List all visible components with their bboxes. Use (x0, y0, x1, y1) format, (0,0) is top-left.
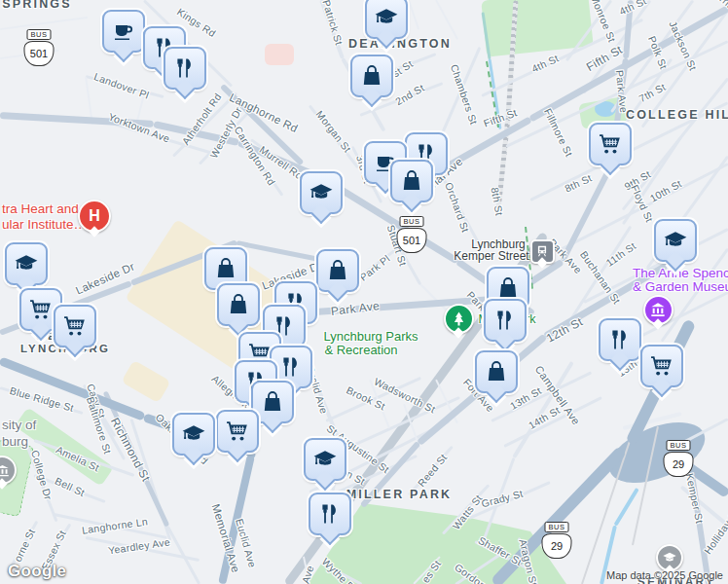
area-label: COLLEGE HILL (626, 108, 728, 122)
street-label: Bell St (54, 475, 87, 499)
restaurant-icon (319, 503, 342, 526)
marker-pointer (310, 203, 331, 224)
poi-marker[interactable] (217, 283, 260, 326)
poi-marker[interactable] (640, 345, 683, 387)
map-attribution: Map data ©2025 Google (606, 569, 723, 581)
graduation-cap-icon (312, 447, 338, 472)
poi-marker[interactable] (350, 55, 393, 97)
street-label: Landover Pl (92, 70, 151, 101)
poi-label[interactable]: & Garden Museum (633, 280, 728, 295)
road (408, 0, 419, 29)
google-logo[interactable]: Google (8, 562, 66, 581)
area-label: MILLER PARK (346, 488, 453, 501)
shopping-bag-icon (496, 276, 520, 300)
poi-label[interactable]: tra Heart and (2, 202, 79, 217)
shield-number: 501 (397, 228, 427, 253)
shield-banner: BUS (545, 522, 569, 532)
restaurant-icon (280, 356, 303, 379)
shopping-cart-icon (63, 314, 88, 339)
street-label: Morgan St (314, 108, 354, 155)
road (435, 0, 458, 39)
area-label: DEARINGTON (348, 37, 452, 51)
shopping-cart-icon (29, 298, 54, 322)
museum-icon (650, 302, 666, 317)
shopping-bag-icon (227, 293, 250, 316)
shield-number: 29 (542, 533, 572, 559)
marker-pointer (401, 192, 421, 212)
poi-label[interactable]: burg (2, 435, 28, 450)
street-label: orne St (12, 527, 38, 564)
land-area (121, 360, 170, 404)
restaurant-icon (609, 329, 632, 351)
street-label: 4th St (529, 52, 561, 74)
hospital-icon: H (89, 208, 100, 224)
map-canvas[interactable]: Landover PlYorktown AveKings RdLanghorne… (0, 0, 728, 584)
shield-number: 501 (24, 41, 55, 66)
poi-marker[interactable] (484, 299, 527, 342)
poi-label[interactable]: Kemper Street (454, 249, 528, 264)
poi-badge-hospital[interactable]: H (78, 200, 111, 233)
route-shield: BUS29 (542, 522, 572, 559)
shopping-cart-icon (599, 132, 623, 157)
poi-marker[interactable] (316, 249, 359, 292)
graduation-cap-icon (181, 421, 206, 447)
poi-marker[interactable] (390, 160, 433, 202)
restaurant-icon (174, 57, 197, 80)
street-label: 8th St (490, 187, 506, 217)
graduation-cap-icon (374, 5, 399, 30)
poi-marker[interactable] (309, 493, 351, 535)
badge-pointer (536, 257, 547, 268)
poi-label[interactable]: & Recreation (324, 344, 397, 358)
street-label: Reed St (416, 452, 450, 489)
road (0, 17, 88, 30)
poi-label[interactable]: sity of (2, 419, 36, 433)
street-label: Patrick St (320, 0, 345, 47)
poi-marker[interactable] (475, 350, 518, 393)
poi-marker[interactable] (300, 171, 343, 214)
poi-label[interactable]: ular Institute… (2, 218, 87, 233)
street-label: 12th St (544, 314, 585, 345)
graduation-cap-icon (14, 251, 39, 276)
poi-marker[interactable] (654, 219, 697, 262)
poi-badge-station[interactable] (530, 239, 555, 264)
shopping-bag-icon (326, 259, 349, 282)
badge-pointer (89, 226, 99, 237)
street-label: Chambers St (449, 63, 480, 127)
shield-banner: BUS (667, 440, 691, 451)
marker-pointer (327, 281, 347, 302)
poi-badge-museum[interactable] (643, 295, 673, 325)
poi-marker[interactable] (5, 242, 48, 285)
cafe-icon (112, 19, 135, 43)
poi-marker[interactable] (304, 438, 346, 481)
marker-pointer (227, 442, 247, 462)
poi-badge-education-gray[interactable] (656, 544, 683, 571)
shield-banner: BUS (27, 29, 52, 40)
marker-pointer (174, 79, 195, 99)
street-label: 2nd St (393, 82, 426, 107)
route-shield: BUS29 (664, 440, 694, 477)
poi-marker[interactable] (365, 0, 408, 39)
poi-marker[interactable] (599, 318, 641, 361)
restaurant-icon (494, 310, 517, 332)
waterway (613, 488, 638, 527)
poi-marker[interactable] (172, 413, 215, 456)
shopping-bag-icon (214, 257, 237, 280)
shopping-cart-icon (650, 354, 674, 379)
graduation-cap-icon (663, 228, 688, 253)
street-label: Orchard St (443, 181, 472, 235)
street-label: Park Pl (357, 252, 392, 283)
poi-marker[interactable] (54, 305, 96, 347)
poi-badge-tree[interactable] (444, 304, 474, 334)
marker-pointer (494, 331, 515, 351)
shopping-bag-icon (400, 169, 423, 193)
poi-marker[interactable] (102, 10, 145, 53)
shopping-cart-icon (226, 420, 250, 444)
graduation-cap-icon (309, 180, 334, 205)
poi-marker[interactable] (164, 47, 206, 90)
shield-number: 29 (664, 452, 694, 477)
badge-pointer (453, 327, 463, 338)
poi-marker[interactable] (216, 410, 259, 453)
poi-marker[interactable] (589, 123, 632, 165)
shopping-bag-icon (485, 360, 508, 383)
route-shield: BUS501 (24, 29, 55, 66)
